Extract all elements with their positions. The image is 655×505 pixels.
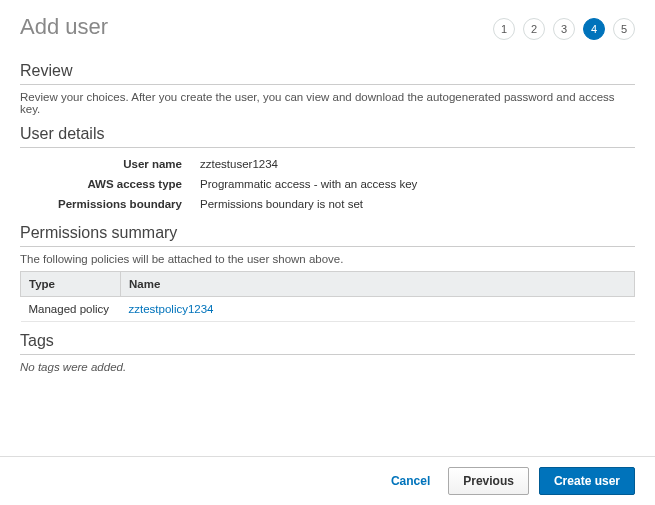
step-2[interactable]: 2 xyxy=(523,18,545,40)
policy-name-link[interactable]: zztestpolicy1234 xyxy=(129,303,214,315)
policy-type-cell: Managed policy xyxy=(21,297,121,322)
permissions-boundary-label: Permissions boundary xyxy=(20,198,200,210)
permissions-table-header-name: Name xyxy=(121,272,635,297)
step-5[interactable]: 5 xyxy=(613,18,635,40)
step-1[interactable]: 1 xyxy=(493,18,515,40)
previous-button[interactable]: Previous xyxy=(448,467,529,495)
review-description: Review your choices. After you create th… xyxy=(20,91,635,115)
user-details-heading: User details xyxy=(20,125,635,148)
access-type-value: Programmatic access - with an access key xyxy=(200,178,417,190)
table-row: Managed policy zztestpolicy1234 xyxy=(21,297,635,322)
wizard-stepper: 1 2 3 4 5 xyxy=(493,14,635,40)
permissions-boundary-value: Permissions boundary is not set xyxy=(200,198,363,210)
step-3[interactable]: 3 xyxy=(553,18,575,40)
user-name-label: User name xyxy=(20,158,200,170)
user-details-row: User name zztestuser1234 xyxy=(20,154,635,174)
wizard-footer: Cancel Previous Create user xyxy=(0,456,655,505)
permissions-table-header-type: Type xyxy=(21,272,121,297)
create-user-button[interactable]: Create user xyxy=(539,467,635,495)
permissions-table: Type Name Managed policy zztestpolicy123… xyxy=(20,271,635,322)
review-heading: Review xyxy=(20,62,635,85)
access-type-label: AWS access type xyxy=(20,178,200,190)
user-details-row: AWS access type Programmatic access - wi… xyxy=(20,174,635,194)
permissions-summary-heading: Permissions summary xyxy=(20,224,635,247)
tags-empty-text: No tags were added. xyxy=(20,361,635,373)
tags-heading: Tags xyxy=(20,332,635,355)
permissions-summary-description: The following policies will be attached … xyxy=(20,253,635,265)
user-name-value: zztestuser1234 xyxy=(200,158,278,170)
user-details-row: Permissions boundary Permissions boundar… xyxy=(20,194,635,214)
page-title: Add user xyxy=(20,14,108,40)
step-4[interactable]: 4 xyxy=(583,18,605,40)
cancel-button[interactable]: Cancel xyxy=(383,468,438,494)
